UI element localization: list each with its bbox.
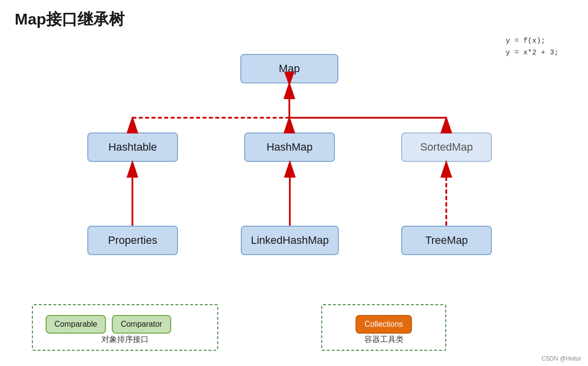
- node-properties: Properties: [87, 226, 178, 255]
- node-map: Map: [240, 54, 338, 83]
- node-sortedmap: SortedMap: [401, 132, 492, 162]
- legend-collections: Collections: [356, 315, 411, 334]
- legend-box-collections: Collections 容器工具类: [321, 304, 446, 351]
- code-note: y = f(x); y = x*2 + 3;: [506, 35, 559, 59]
- legend-comparable: Comparable: [46, 315, 106, 334]
- node-treemap: TreeMap: [401, 226, 492, 255]
- page-title: Map接口继承树: [15, 9, 125, 30]
- watermark: CSDN @Hvitur: [541, 355, 581, 362]
- legend-comparator: Comparator: [112, 315, 171, 334]
- legend-box-sorting: Comparable Comparator 对象排序接口: [32, 304, 218, 351]
- legend-left-label: 对象排序接口: [102, 335, 149, 345]
- legend-right-label: 容器工具类: [364, 335, 404, 345]
- node-linkedhashmap: LinkedHashMap: [241, 226, 339, 255]
- node-hashmap: HashMap: [244, 132, 335, 162]
- node-hashtable: Hashtable: [87, 132, 178, 162]
